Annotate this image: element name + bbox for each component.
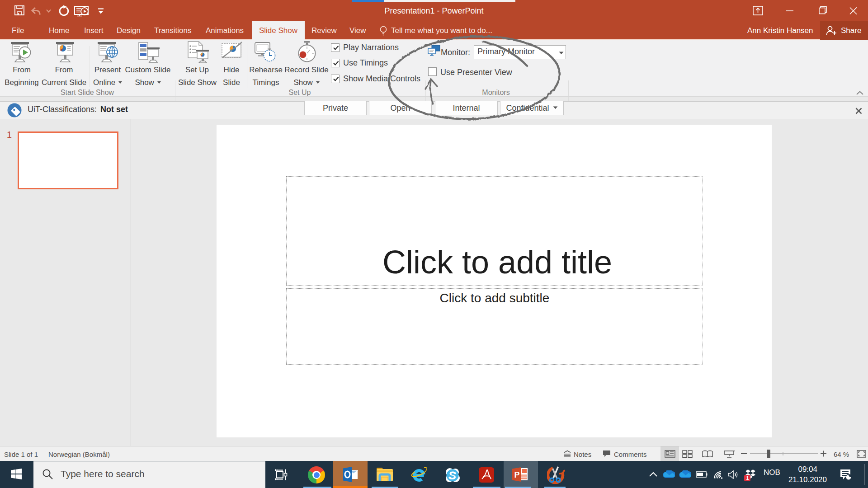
svg-text:P: P (514, 470, 520, 479)
svg-text:1: 1 (746, 475, 749, 481)
